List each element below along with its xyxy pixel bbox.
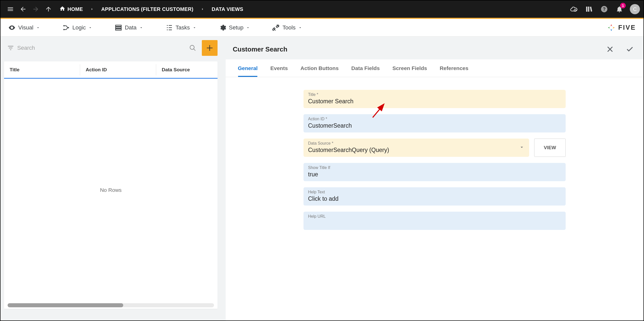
show-title-if-field[interactable]: Show Title If true xyxy=(303,163,566,181)
topbar: HOME APPLICATIONS (FILTER CUSTOMER) DATA… xyxy=(1,1,643,18)
tab-references[interactable]: References xyxy=(438,60,470,77)
right-panel: Customer Search General Events Action Bu… xyxy=(221,37,643,320)
cloud-settings-button[interactable] xyxy=(567,2,581,16)
search-box[interactable] xyxy=(4,40,199,56)
breadcrumb-views[interactable]: DATA VIEWS xyxy=(209,5,246,14)
back-button[interactable] xyxy=(17,3,29,15)
help-url-value xyxy=(308,220,561,227)
svg-marker-6 xyxy=(611,24,612,26)
subnav-visual[interactable]: Visual xyxy=(8,24,40,31)
tab-general[interactable]: General xyxy=(236,60,260,77)
tab-action-buttons[interactable]: Action Buttons xyxy=(298,60,341,77)
data-source-field[interactable]: Data Source * CustomerSearchQuery (Query… xyxy=(303,139,529,157)
check-icon xyxy=(626,45,634,53)
action-id-label: Action ID * xyxy=(308,117,561,121)
breadcrumb: HOME APPLICATIONS (FILTER CUSTOMER) DATA… xyxy=(57,4,246,14)
action-id-value: CustomerSearch xyxy=(308,122,561,129)
topbar-right: ? 1 C xyxy=(567,2,640,16)
show-title-if-value: true xyxy=(308,171,561,178)
forward-button xyxy=(29,3,42,15)
chevron-down-icon xyxy=(139,26,143,30)
chevron-down-icon xyxy=(519,144,525,151)
svg-marker-8 xyxy=(611,29,612,31)
hamburger-menu[interactable] xyxy=(4,3,17,15)
docs-button[interactable] xyxy=(582,2,596,16)
breadcrumb-home-label: HOME xyxy=(67,6,83,12)
notifications-button[interactable]: 1 xyxy=(613,2,626,16)
tasks-icon xyxy=(166,24,173,31)
brand-logo-icon xyxy=(607,23,616,32)
search-icon xyxy=(189,44,196,52)
detail-title: Customer Search xyxy=(233,45,287,53)
eye-icon xyxy=(8,24,16,31)
cloud-gear-icon xyxy=(570,5,578,13)
tab-screen-fields[interactable]: Screen Fields xyxy=(390,60,429,77)
books-icon xyxy=(585,5,593,13)
subnav-setup-label: Setup xyxy=(229,24,244,31)
notifications-badge: 1 xyxy=(620,3,626,8)
subnav-visual-label: Visual xyxy=(18,24,33,31)
subnav-tools[interactable]: Tools xyxy=(272,24,302,31)
close-button[interactable] xyxy=(603,43,617,56)
save-button[interactable] xyxy=(623,43,636,56)
svg-marker-9 xyxy=(608,27,610,28)
breadcrumb-views-label: DATA VIEWS xyxy=(212,6,243,12)
up-button[interactable] xyxy=(42,3,55,15)
breadcrumb-sep xyxy=(198,7,208,11)
tab-events[interactable]: Events xyxy=(268,60,290,77)
action-id-field[interactable]: Action ID * CustomerSearch xyxy=(303,114,566,132)
detail-tabs: General Events Action Buttons Data Field… xyxy=(226,59,643,77)
chevron-down-icon xyxy=(36,26,40,30)
scrollbar-thumb[interactable] xyxy=(8,303,123,307)
subnav-data-label: Data xyxy=(125,24,136,31)
form-scroll[interactable]: Title * Customer Search Action ID * Cust… xyxy=(226,77,643,320)
list-empty-state: No Rows xyxy=(4,79,218,301)
help-url-field[interactable]: Help URL xyxy=(303,212,566,230)
avatar[interactable]: C xyxy=(630,4,640,14)
logic-icon xyxy=(62,24,70,31)
add-button[interactable] xyxy=(202,40,218,56)
col-action-id[interactable]: Action ID xyxy=(80,64,156,75)
subnav-tools-label: Tools xyxy=(282,24,295,31)
arrow-up-icon xyxy=(45,6,52,13)
horizontal-scrollbar[interactable] xyxy=(8,303,214,307)
chevron-down-icon xyxy=(88,26,92,30)
col-title[interactable]: Title xyxy=(4,64,80,75)
search-row xyxy=(4,40,218,56)
brand-label: FIVE xyxy=(618,24,636,31)
home-icon xyxy=(59,6,65,13)
subnav-data[interactable]: Data xyxy=(115,24,143,31)
search-input[interactable] xyxy=(14,45,189,51)
close-icon xyxy=(606,45,614,53)
breadcrumb-apps[interactable]: APPLICATIONS (FILTER CUSTOMER) xyxy=(99,5,196,14)
svg-text:?: ? xyxy=(603,7,606,12)
help-text-label: Help Text xyxy=(308,190,561,194)
arrow-right-icon xyxy=(32,6,39,13)
help-text-value: Click to add xyxy=(308,195,561,202)
breadcrumb-home[interactable]: HOME xyxy=(57,4,85,14)
help-url-label: Help URL xyxy=(308,214,561,219)
subnav-logic[interactable]: Logic xyxy=(62,24,93,31)
svg-point-3 xyxy=(63,25,64,26)
svg-marker-7 xyxy=(613,27,615,28)
subnav-logic-label: Logic xyxy=(73,24,86,31)
gear-icon xyxy=(219,24,226,31)
data-source-label: Data Source * xyxy=(308,141,525,146)
detail-actions xyxy=(603,43,636,56)
help-text-field[interactable]: Help Text Click to add xyxy=(303,187,566,206)
list-header: Title Action ID Data Source xyxy=(4,61,218,79)
subnav-setup[interactable]: Setup xyxy=(219,24,250,31)
help-button[interactable]: ? xyxy=(597,2,611,16)
title-field[interactable]: Title * Customer Search xyxy=(303,90,566,108)
chevron-down-icon xyxy=(246,26,250,30)
help-icon: ? xyxy=(600,5,608,13)
svg-point-0 xyxy=(574,9,576,11)
title-value: Customer Search xyxy=(308,98,561,105)
subnav-tasks[interactable]: Tasks xyxy=(166,24,196,31)
tab-data-fields[interactable]: Data Fields xyxy=(349,60,382,77)
col-data-source[interactable]: Data Source xyxy=(156,64,218,75)
filter-icon xyxy=(7,44,14,52)
left-panel: Title Action ID Data Source No Rows xyxy=(1,37,221,320)
workspace: Title Action ID Data Source No Rows Cust… xyxy=(1,37,643,320)
view-button[interactable]: VIEW xyxy=(534,139,566,157)
